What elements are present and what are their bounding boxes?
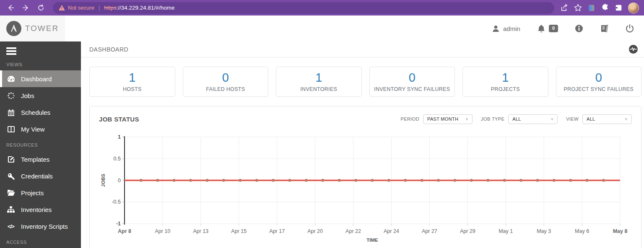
sidebar-item-inventory-scripts[interactable]: </>Inventory Scripts xyxy=(0,218,81,235)
jobs-data-point[interactable] xyxy=(338,179,341,182)
jobs-data-point[interactable] xyxy=(371,179,374,182)
sidebar-item-label: Dashboard xyxy=(21,75,52,83)
sidebar-item-credentials[interactable]: Credentials xyxy=(0,168,81,184)
jobs-data-point[interactable] xyxy=(140,179,143,182)
jobs-data-point[interactable] xyxy=(288,179,291,182)
x-tick-label: May 1 xyxy=(499,228,513,234)
spinner-icon xyxy=(6,92,16,99)
jobs-data-point[interactable] xyxy=(387,179,390,182)
extensions-puzzle-icon[interactable] xyxy=(601,4,609,12)
sidebar-item-label: Projects xyxy=(21,189,44,196)
x-axis-title: TIME xyxy=(366,238,378,243)
jobs-data-point[interactable] xyxy=(470,179,473,182)
x-tick-label: Apr 24 xyxy=(384,228,399,234)
x-tick-label: Apr 8 xyxy=(118,228,131,234)
jobs-data-point[interactable] xyxy=(553,179,556,182)
about-button[interactable] xyxy=(575,24,583,33)
x-tick-label: Apr 27 xyxy=(422,228,437,234)
jobs-data-point[interactable] xyxy=(189,179,192,182)
jobs-data-point[interactable] xyxy=(454,179,457,182)
code-icon: </> xyxy=(6,223,16,230)
sidebar-item-templates[interactable]: Templates xyxy=(0,151,81,168)
logout-button[interactable] xyxy=(626,24,634,33)
jobs-data-point[interactable] xyxy=(404,179,407,182)
share-icon[interactable] xyxy=(560,4,568,12)
documentation-button[interactable] xyxy=(600,24,609,33)
activity-stream-button[interactable] xyxy=(628,44,638,54)
address-bar[interactable]: Not secure | https://34.229.24.81/#/home xyxy=(53,2,554,14)
jobs-data-point[interactable] xyxy=(486,179,489,182)
stat-card-inventory-sync-failures[interactable]: 0INVENTORY SYNC FAILURES xyxy=(369,67,455,97)
jobs-data-point[interactable] xyxy=(206,179,209,182)
filter-job-type: JOB TYPEALL∨ xyxy=(481,114,558,124)
filter-label: VIEW xyxy=(566,116,579,121)
browser-forward-button[interactable] xyxy=(19,2,32,14)
jobs-data-point[interactable] xyxy=(239,179,242,182)
jobs-data-point[interactable] xyxy=(305,179,308,182)
stat-card-failed-hosts[interactable]: 0FAILED HOSTS xyxy=(183,67,269,97)
browser-toolbar: Not secure | https://34.229.24.81/#/home xyxy=(0,0,644,16)
jobs-data-point[interactable] xyxy=(321,179,324,182)
bookmark-star-icon[interactable] xyxy=(574,4,582,12)
jobs-data-point[interactable] xyxy=(255,179,258,182)
side-panel-icon[interactable] xyxy=(615,4,622,11)
jobs-data-point[interactable] xyxy=(586,179,589,182)
sidebar-item-jobs[interactable]: Jobs xyxy=(0,87,81,104)
stat-value: 1 xyxy=(502,71,509,84)
jobs-data-point[interactable] xyxy=(503,179,506,182)
omnibox-divider: | xyxy=(97,5,101,11)
jobs-data-point[interactable] xyxy=(272,179,275,182)
stat-value: 0 xyxy=(595,71,602,84)
current-user[interactable]: admin xyxy=(492,25,520,33)
browser-back-button[interactable] xyxy=(4,2,17,14)
stat-card-hosts[interactable]: 1HOSTS xyxy=(89,67,175,97)
x-tick-label: May 3 xyxy=(537,228,551,234)
stat-card-project-sync-failures[interactable]: 0PROJECT SYNC FAILURES xyxy=(556,67,642,97)
y-tick-label: -0.5 xyxy=(112,199,121,205)
jobs-data-point[interactable] xyxy=(156,179,159,182)
jobs-data-point[interactable] xyxy=(569,179,572,182)
hamburger-icon xyxy=(6,47,16,49)
reload-icon xyxy=(37,4,44,11)
chevron-down-icon: ∨ xyxy=(625,117,628,121)
back-arrow-icon xyxy=(7,4,14,11)
jobs-data-point[interactable] xyxy=(536,179,539,182)
sidebar-item-my-view[interactable]: My View xyxy=(0,121,81,137)
filter-select-view[interactable]: ALL∨ xyxy=(582,114,632,124)
sidebar-item-projects[interactable]: Projects xyxy=(0,184,81,201)
stat-card-inventories[interactable]: 1INVENTORIES xyxy=(276,67,362,97)
filter-select-job-type[interactable]: ALL∨ xyxy=(508,114,558,124)
tower-logo[interactable]: TOWER xyxy=(0,16,65,41)
notifications-button[interactable]: 0 xyxy=(537,24,558,33)
username-label: admin xyxy=(503,25,520,32)
filter-select-period[interactable]: PAST MONTH∨ xyxy=(423,114,473,124)
jobs-data-point[interactable] xyxy=(222,179,225,182)
stat-label: PROJECT SYNC FAILURES xyxy=(564,86,634,92)
jobs-data-point[interactable] xyxy=(421,179,423,182)
jobs-data-point[interactable] xyxy=(173,179,176,182)
jobs-data-point[interactable] xyxy=(437,179,440,182)
url-scheme-strikethrough: https xyxy=(104,5,116,11)
info-icon xyxy=(575,24,583,33)
stat-card-projects[interactable]: 1PROJECTS xyxy=(462,67,548,97)
jobs-data-point[interactable] xyxy=(519,179,522,182)
extension-icon[interactable] xyxy=(588,4,595,12)
stat-label: FAILED HOSTS xyxy=(206,86,245,92)
select-value: ALL xyxy=(587,116,595,121)
sidebar-item-inventories[interactable]: Inventories xyxy=(0,201,81,218)
x-tick-label: Apr 15 xyxy=(231,228,247,234)
browser-reload-button[interactable] xyxy=(34,2,47,14)
sidebar-item-schedules[interactable]: Schedules xyxy=(0,104,81,121)
jobs-data-point[interactable] xyxy=(354,179,357,182)
sidebar-item-dashboard[interactable]: Dashboard xyxy=(0,70,81,87)
user-icon xyxy=(492,25,500,33)
job-status-chart[interactable]: Apr 8Apr 10Apr 13Apr 15Apr 17Apr 20Apr 2… xyxy=(99,127,634,243)
hamburger-menu-button[interactable] xyxy=(0,41,81,61)
pencil-square-icon xyxy=(6,156,16,163)
job-status-chart-container: Apr 8Apr 10Apr 13Apr 15Apr 17Apr 20Apr 2… xyxy=(99,127,632,245)
y-tick-label: 0.5 xyxy=(114,156,121,162)
profile-avatar[interactable] xyxy=(628,3,639,13)
key-icon xyxy=(6,173,16,180)
jobs-data-point[interactable] xyxy=(602,179,605,182)
y-axis-title: JOBS xyxy=(101,174,106,187)
